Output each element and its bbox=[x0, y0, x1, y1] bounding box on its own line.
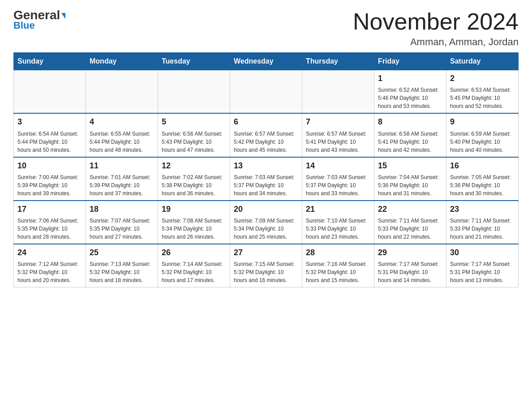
day-info: Sunrise: 7:15 AM Sunset: 5:32 PM Dayligh… bbox=[234, 260, 298, 284]
day-number: 2 bbox=[450, 73, 515, 84]
calendar-cell: 15Sunrise: 7:04 AM Sunset: 5:36 PM Dayli… bbox=[374, 157, 446, 201]
calendar-week-row: 1Sunrise: 6:52 AM Sunset: 5:46 PM Daylig… bbox=[14, 70, 519, 114]
calendar-cell: 20Sunrise: 7:09 AM Sunset: 5:34 PM Dayli… bbox=[230, 201, 302, 244]
day-info: Sunrise: 7:09 AM Sunset: 5:34 PM Dayligh… bbox=[234, 217, 298, 241]
day-number: 7 bbox=[306, 116, 370, 128]
calendar-cell: 19Sunrise: 7:08 AM Sunset: 5:34 PM Dayli… bbox=[158, 201, 230, 244]
calendar-cell: 3Sunrise: 6:54 AM Sunset: 5:44 PM Daylig… bbox=[14, 113, 86, 157]
day-number: 1 bbox=[378, 73, 442, 84]
calendar-cell: 14Sunrise: 7:03 AM Sunset: 5:37 PM Dayli… bbox=[302, 157, 374, 201]
calendar-cell: 10Sunrise: 7:00 AM Sunset: 5:39 PM Dayli… bbox=[14, 157, 86, 201]
calendar-week-row: 3Sunrise: 6:54 AM Sunset: 5:44 PM Daylig… bbox=[14, 113, 519, 157]
day-number: 9 bbox=[450, 116, 515, 128]
day-info: Sunrise: 7:11 AM Sunset: 5:33 PM Dayligh… bbox=[450, 217, 515, 241]
calendar-cell: 18Sunrise: 7:07 AM Sunset: 5:35 PM Dayli… bbox=[86, 201, 158, 244]
calendar-cell: 29Sunrise: 7:17 AM Sunset: 5:31 PM Dayli… bbox=[374, 244, 446, 287]
day-info: Sunrise: 7:17 AM Sunset: 5:31 PM Dayligh… bbox=[378, 260, 442, 284]
day-info: Sunrise: 7:13 AM Sunset: 5:32 PM Dayligh… bbox=[90, 260, 154, 284]
day-number: 27 bbox=[234, 247, 298, 258]
calendar-cell: 26Sunrise: 7:14 AM Sunset: 5:32 PM Dayli… bbox=[158, 244, 230, 287]
day-info: Sunrise: 6:58 AM Sunset: 5:41 PM Dayligh… bbox=[378, 130, 442, 154]
calendar-cell bbox=[230, 70, 302, 114]
day-info: Sunrise: 6:55 AM Sunset: 5:44 PM Dayligh… bbox=[90, 130, 154, 154]
logo: General Blue bbox=[13, 9, 65, 31]
day-number: 11 bbox=[90, 160, 154, 171]
day-number: 23 bbox=[450, 204, 515, 215]
calendar-cell: 11Sunrise: 7:01 AM Sunset: 5:39 PM Dayli… bbox=[86, 157, 158, 201]
day-number: 26 bbox=[162, 247, 226, 258]
location-subtitle: Amman, Amman, Jordan bbox=[353, 36, 519, 48]
calendar-week-row: 24Sunrise: 7:12 AM Sunset: 5:32 PM Dayli… bbox=[14, 244, 519, 287]
day-info: Sunrise: 7:02 AM Sunset: 5:38 PM Dayligh… bbox=[162, 173, 226, 197]
day-number: 30 bbox=[450, 247, 515, 258]
weekday-header-thursday: Thursday bbox=[302, 53, 374, 70]
day-info: Sunrise: 6:53 AM Sunset: 5:45 PM Dayligh… bbox=[450, 86, 515, 110]
calendar-cell: 24Sunrise: 7:12 AM Sunset: 5:32 PM Dayli… bbox=[14, 244, 86, 287]
calendar-cell: 5Sunrise: 6:56 AM Sunset: 5:43 PM Daylig… bbox=[158, 113, 230, 157]
calendar-cell: 17Sunrise: 7:06 AM Sunset: 5:35 PM Dayli… bbox=[14, 201, 86, 244]
calendar-cell: 7Sunrise: 6:57 AM Sunset: 5:41 PM Daylig… bbox=[302, 113, 374, 157]
day-number: 28 bbox=[306, 247, 370, 258]
calendar-cell: 30Sunrise: 7:17 AM Sunset: 5:31 PM Dayli… bbox=[446, 244, 519, 287]
day-number: 24 bbox=[17, 247, 82, 258]
day-info: Sunrise: 6:59 AM Sunset: 5:40 PM Dayligh… bbox=[450, 130, 515, 154]
calendar-cell: 16Sunrise: 7:05 AM Sunset: 5:36 PM Dayli… bbox=[446, 157, 519, 201]
calendar-cell: 12Sunrise: 7:02 AM Sunset: 5:38 PM Dayli… bbox=[158, 157, 230, 201]
calendar-cell: 4Sunrise: 6:55 AM Sunset: 5:44 PM Daylig… bbox=[86, 113, 158, 157]
day-info: Sunrise: 7:01 AM Sunset: 5:39 PM Dayligh… bbox=[90, 173, 154, 197]
weekday-header-saturday: Saturday bbox=[446, 53, 519, 70]
day-number: 21 bbox=[306, 204, 370, 215]
logo-blue-text: Blue bbox=[13, 20, 35, 31]
day-info: Sunrise: 7:05 AM Sunset: 5:36 PM Dayligh… bbox=[450, 173, 515, 197]
calendar-cell: 2Sunrise: 6:53 AM Sunset: 5:45 PM Daylig… bbox=[446, 70, 519, 114]
title-block: November 2024 Amman, Amman, Jordan bbox=[353, 9, 519, 48]
day-info: Sunrise: 7:11 AM Sunset: 5:33 PM Dayligh… bbox=[378, 217, 442, 241]
calendar-week-row: 17Sunrise: 7:06 AM Sunset: 5:35 PM Dayli… bbox=[14, 201, 519, 244]
day-info: Sunrise: 7:04 AM Sunset: 5:36 PM Dayligh… bbox=[378, 173, 442, 197]
calendar-cell: 1Sunrise: 6:52 AM Sunset: 5:46 PM Daylig… bbox=[374, 70, 446, 114]
day-info: Sunrise: 7:17 AM Sunset: 5:31 PM Dayligh… bbox=[450, 260, 515, 284]
day-info: Sunrise: 7:06 AM Sunset: 5:35 PM Dayligh… bbox=[17, 217, 82, 241]
day-info: Sunrise: 7:16 AM Sunset: 5:32 PM Dayligh… bbox=[306, 260, 370, 284]
day-number: 22 bbox=[378, 204, 442, 215]
day-number: 6 bbox=[234, 116, 298, 128]
calendar-cell bbox=[14, 70, 86, 114]
day-number: 13 bbox=[234, 160, 298, 171]
weekday-header-sunday: Sunday bbox=[14, 53, 86, 70]
day-number: 18 bbox=[90, 204, 154, 215]
calendar-cell: 9Sunrise: 6:59 AM Sunset: 5:40 PM Daylig… bbox=[446, 113, 519, 157]
calendar-cell: 22Sunrise: 7:11 AM Sunset: 5:33 PM Dayli… bbox=[374, 201, 446, 244]
month-title: November 2024 bbox=[353, 9, 519, 34]
weekday-header-monday: Monday bbox=[86, 53, 158, 70]
calendar-cell: 8Sunrise: 6:58 AM Sunset: 5:41 PM Daylig… bbox=[374, 113, 446, 157]
day-number: 29 bbox=[378, 247, 442, 258]
calendar-cell: 6Sunrise: 6:57 AM Sunset: 5:42 PM Daylig… bbox=[230, 113, 302, 157]
calendar-table: SundayMondayTuesdayWednesdayThursdayFrid… bbox=[13, 52, 519, 287]
calendar-cell bbox=[86, 70, 158, 114]
calendar-cell: 27Sunrise: 7:15 AM Sunset: 5:32 PM Dayli… bbox=[230, 244, 302, 287]
calendar-week-row: 10Sunrise: 7:00 AM Sunset: 5:39 PM Dayli… bbox=[14, 157, 519, 201]
day-info: Sunrise: 7:00 AM Sunset: 5:39 PM Dayligh… bbox=[17, 173, 82, 197]
day-info: Sunrise: 7:12 AM Sunset: 5:32 PM Dayligh… bbox=[17, 260, 82, 284]
day-number: 17 bbox=[17, 204, 82, 215]
day-number: 20 bbox=[234, 204, 298, 215]
day-number: 3 bbox=[17, 116, 82, 128]
weekday-header-wednesday: Wednesday bbox=[230, 53, 302, 70]
calendar-cell: 23Sunrise: 7:11 AM Sunset: 5:33 PM Dayli… bbox=[446, 201, 519, 244]
calendar-cell: 25Sunrise: 7:13 AM Sunset: 5:32 PM Dayli… bbox=[86, 244, 158, 287]
day-number: 12 bbox=[162, 160, 226, 171]
day-info: Sunrise: 6:57 AM Sunset: 5:41 PM Dayligh… bbox=[306, 130, 370, 154]
day-number: 5 bbox=[162, 116, 226, 128]
day-info: Sunrise: 6:54 AM Sunset: 5:44 PM Dayligh… bbox=[17, 130, 82, 154]
calendar-cell: 21Sunrise: 7:10 AM Sunset: 5:33 PM Dayli… bbox=[302, 201, 374, 244]
day-number: 8 bbox=[378, 116, 442, 128]
day-info: Sunrise: 7:03 AM Sunset: 5:37 PM Dayligh… bbox=[306, 173, 370, 197]
calendar-cell: 28Sunrise: 7:16 AM Sunset: 5:32 PM Dayli… bbox=[302, 244, 374, 287]
calendar-cell bbox=[302, 70, 374, 114]
calendar-cell bbox=[158, 70, 230, 114]
day-number: 15 bbox=[378, 160, 442, 171]
weekday-header-friday: Friday bbox=[374, 53, 446, 70]
weekday-header-row: SundayMondayTuesdayWednesdayThursdayFrid… bbox=[14, 53, 519, 70]
day-info: Sunrise: 6:57 AM Sunset: 5:42 PM Dayligh… bbox=[234, 130, 298, 154]
day-info: Sunrise: 6:52 AM Sunset: 5:46 PM Dayligh… bbox=[378, 86, 442, 110]
